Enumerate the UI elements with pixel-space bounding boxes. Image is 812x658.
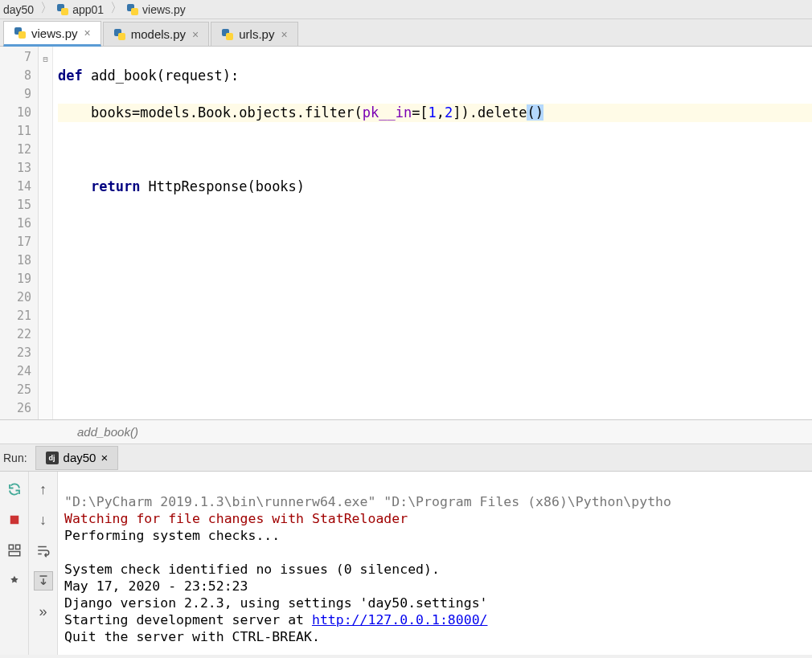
tab-label: models.py: [131, 27, 186, 41]
svg-rect-0: [10, 516, 18, 525]
tab-label: views.py: [31, 27, 78, 40]
arrow-up-icon[interactable]: ↑: [34, 480, 53, 499]
chevron-right-icon: 〉: [110, 0, 123, 17]
close-icon[interactable]: ×: [84, 27, 91, 39]
close-icon[interactable]: ×: [192, 28, 199, 41]
code-area[interactable]: def add_book(request): books=models.Book…: [53, 47, 812, 419]
folder-label: day50: [3, 3, 34, 16]
soft-wrap-icon[interactable]: [34, 541, 53, 560]
python-file-icon: [113, 28, 126, 41]
breadcrumb-item[interactable]: day50: [3, 3, 34, 16]
run-tab-label: day50: [64, 451, 96, 464]
editor-tabbar: views.py × models.py × urls.py ×: [0, 19, 812, 47]
rerun-icon[interactable]: [5, 480, 24, 499]
django-icon: dj: [46, 452, 59, 464]
python-file-icon: [126, 3, 139, 16]
tab-models[interactable]: models.py ×: [103, 22, 210, 46]
tab-views[interactable]: views.py ×: [3, 21, 101, 47]
run-console: ↑ ↓ » "D:\PyCharm 2019.1.3\bin\runnerw64…: [0, 472, 812, 655]
run-toolbar: Run: dj day50 ×: [0, 444, 812, 472]
svg-rect-2: [15, 545, 19, 549]
python-file-icon: [14, 27, 27, 39]
console-output[interactable]: "D:\PyCharm 2019.1.3\bin\runnerw64.exe" …: [58, 472, 812, 655]
server-url-link[interactable]: http://127.0.0.1:8000/: [312, 612, 488, 627]
code-editor[interactable]: 7891011121314151617181920212223242526 ⊟ …: [0, 47, 812, 420]
folder-label: app01: [72, 3, 104, 16]
pin-icon[interactable]: [5, 571, 24, 591]
svg-rect-3: [9, 552, 20, 556]
chevron-right-icon: 〉: [40, 0, 53, 17]
close-icon[interactable]: ×: [281, 28, 287, 41]
console-toolbar-inner: ↑ ↓ »: [29, 472, 58, 655]
context-label: add_book(): [77, 425, 138, 439]
editor-context-bar: add_book(): [0, 420, 812, 444]
close-icon[interactable]: ×: [100, 451, 108, 464]
arrow-down-icon[interactable]: ↓: [34, 510, 53, 529]
scroll-to-end-icon[interactable]: [34, 571, 53, 591]
breadcrumb-item[interactable]: views.py: [126, 3, 186, 16]
file-label: views.py: [142, 3, 186, 16]
tab-urls[interactable]: urls.py ×: [211, 22, 297, 46]
breadcrumb-item[interactable]: app01: [56, 3, 104, 16]
line-gutter: 7891011121314151617181920212223242526: [0, 47, 39, 419]
breadcrumb: day50 〉 app01 〉 views.py: [0, 0, 812, 19]
folder-icon: [56, 3, 69, 16]
python-file-icon: [221, 28, 234, 41]
tab-label: urls.py: [239, 27, 274, 41]
more-icon[interactable]: »: [34, 602, 53, 621]
fold-column: ⊟: [39, 47, 53, 419]
console-toolbar-left: [0, 472, 29, 655]
run-config-tab[interactable]: dj day50 ×: [35, 446, 119, 470]
run-label: Run:: [0, 452, 35, 464]
stop-icon[interactable]: [5, 510, 24, 529]
svg-rect-1: [9, 545, 13, 549]
layout-icon[interactable]: [5, 541, 24, 560]
